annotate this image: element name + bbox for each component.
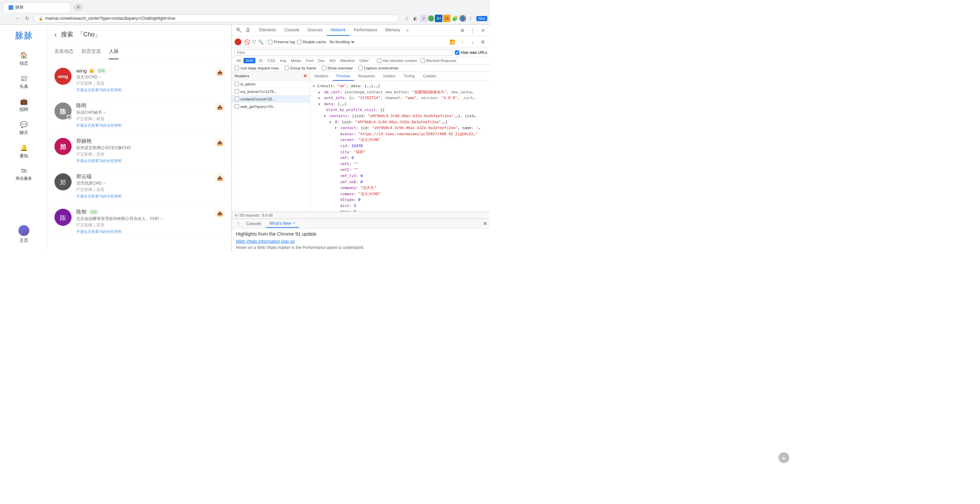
new-button[interactable]: New bbox=[476, 16, 487, 21]
tab-renmai[interactable]: 人脉 bbox=[109, 44, 118, 59]
result-item-wing[interactable]: wing wing 👑 活跃 法大大CHO ✓ IT互联网｜高管 开通会员查看T… bbox=[48, 63, 231, 98]
drawer-tab-whats-new[interactable]: What's New ✕ bbox=[266, 219, 299, 228]
close-name-column[interactable]: ✕ bbox=[303, 73, 307, 79]
preserve-log-checkbox[interactable]: Preserve log bbox=[268, 40, 295, 44]
result-action-wing[interactable]: 开通会员查看TA的全部资料 bbox=[76, 87, 210, 93]
sidebar-item-homepage[interactable]: 主页 bbox=[0, 222, 47, 247]
has-blocked-cookies-check[interactable]: Has blocked cookies bbox=[377, 59, 417, 63]
extension-js[interactable]: JS bbox=[443, 14, 450, 22]
filter-all[interactable]: All bbox=[235, 58, 243, 64]
devtools-tab-memory[interactable]: Memory bbox=[381, 25, 404, 36]
large-rows-option[interactable]: Use large request rows bbox=[235, 66, 279, 70]
connect-button-wing[interactable]: 📤 bbox=[215, 68, 224, 77]
close-drawer-button[interactable]: ✕ bbox=[483, 220, 487, 227]
sidebar-item-dongtai[interactable]: 🏠 动态 bbox=[0, 48, 47, 70]
forward-button[interactable]: → bbox=[13, 14, 21, 22]
disable-cache-input[interactable] bbox=[297, 40, 301, 44]
wifi-icon[interactable]: 📶 bbox=[448, 37, 457, 46]
request-checkbox-4[interactable] bbox=[235, 104, 239, 109]
sidebar-item-toutiao[interactable]: 📰 头条 bbox=[0, 71, 47, 93]
disable-cache-checkbox[interactable]: Disable cache bbox=[297, 40, 326, 44]
filter-xhr[interactable]: XHR bbox=[243, 58, 255, 64]
upload-icon[interactable]: ↑ bbox=[458, 37, 467, 46]
filter-doc[interactable]: Doc bbox=[316, 58, 327, 64]
connect-button-chenzhi[interactable]: 📤 bbox=[215, 209, 224, 218]
response-tab-preview[interactable]: Preview bbox=[332, 72, 354, 81]
account-icon[interactable]: 👤 bbox=[459, 15, 466, 22]
collapse-contacts[interactable] bbox=[324, 113, 327, 119]
sidebar-item-liaotian[interactable]: 💬 聊天 bbox=[0, 118, 47, 139]
filter-img[interactable]: Img bbox=[278, 58, 288, 64]
extension-square[interactable]: JH bbox=[435, 14, 442, 22]
devtools-tab-sources[interactable]: Sources bbox=[304, 25, 326, 36]
download-icon[interactable]: ↓ bbox=[468, 37, 477, 46]
drawer-tab-console[interactable]: Console bbox=[243, 220, 264, 227]
tab-dongtai[interactable]: 实名动态 bbox=[54, 44, 73, 59]
result-action-chenming[interactable]: 开通会员查看TA的全部资料 bbox=[76, 123, 210, 128]
connect-button-chenming[interactable]: 📤 bbox=[215, 102, 224, 112]
menu-icon[interactable]: ⋮ bbox=[467, 14, 474, 22]
network-settings-icon[interactable]: ⚙ bbox=[479, 37, 487, 46]
blocked-requests-check[interactable]: Blocked Requests bbox=[420, 59, 457, 63]
sidebar-item-business[interactable]: 🛍 商业服务 bbox=[0, 164, 47, 185]
filter-other[interactable]: Other bbox=[357, 58, 371, 64]
filter-manifest[interactable]: Manifest bbox=[339, 58, 357, 64]
hide-data-urls-input[interactable] bbox=[455, 50, 459, 55]
back-button[interactable]: ← bbox=[3, 14, 11, 22]
filter-css[interactable]: CSS bbox=[265, 58, 277, 64]
devtools-tab-network[interactable]: Network bbox=[326, 25, 350, 36]
filter-icon[interactable]: ▽ bbox=[252, 39, 256, 45]
more-options-icon[interactable]: ⋮ bbox=[468, 26, 477, 35]
device-toolbar-button[interactable] bbox=[244, 26, 253, 35]
record-button[interactable] bbox=[235, 38, 242, 45]
result-action-zhengyunduan[interactable]: 开通会员查看TA的全部资料 bbox=[76, 194, 210, 199]
response-tab-initiator[interactable]: Initiator bbox=[379, 72, 399, 81]
devtools-tab-elements[interactable]: Elements bbox=[255, 25, 280, 36]
back-search-button[interactable]: ‹ bbox=[54, 31, 57, 38]
filter-js[interactable]: JS bbox=[256, 58, 264, 64]
devtools-tab-console[interactable]: Console bbox=[280, 25, 304, 36]
filter-media[interactable]: Media bbox=[289, 58, 303, 64]
capture-screenshots-option[interactable]: Capture screenshots bbox=[358, 66, 399, 70]
request-checkbox-2[interactable] bbox=[235, 89, 239, 94]
result-action-zhenglv[interactable]: 开通会员查看TA的全部资料 bbox=[76, 158, 210, 164]
collapse-root[interactable] bbox=[313, 83, 317, 89]
sidebar-item-zhaopin[interactable]: 💼 招聘 bbox=[0, 94, 47, 116]
request-checkbox-1[interactable] bbox=[235, 82, 239, 86]
request-item-is-admin[interactable]: is_admin bbox=[232, 80, 310, 88]
clear-button[interactable]: 🚫 bbox=[243, 38, 250, 45]
browser-tab[interactable]: 脉脉 bbox=[3, 2, 71, 12]
response-tab-cookies[interactable]: Cookies bbox=[419, 72, 441, 81]
request-checkbox-3[interactable] bbox=[235, 97, 239, 101]
response-tab-response[interactable]: Response bbox=[354, 72, 379, 81]
connect-button-zhengyunduan[interactable]: 📤 bbox=[215, 173, 224, 183]
response-tab-headers[interactable]: Headers bbox=[310, 72, 332, 81]
result-item-zhenglv[interactable]: 郑 郑丽艳 杭州某互联网公司CEO兼CHO IT互联网｜高管 开通会员查看TA的… bbox=[48, 133, 231, 169]
bookmark-icon[interactable]: ☆ bbox=[404, 14, 411, 22]
show-overview-option[interactable]: Show overview bbox=[322, 66, 353, 70]
devtools-more-tabs[interactable]: » bbox=[404, 25, 410, 36]
network-filter-input[interactable] bbox=[235, 49, 453, 56]
collapse-data[interactable] bbox=[318, 101, 322, 107]
search-network-icon[interactable]: 🔍 bbox=[258, 40, 264, 45]
collapse-contact-detail[interactable] bbox=[335, 125, 338, 131]
extension-1[interactable]: V bbox=[420, 14, 427, 22]
collapse-ab-conf[interactable] bbox=[318, 89, 322, 95]
sidebar-item-tongzhi[interactable]: 🔔 通知 bbox=[0, 141, 47, 162]
tab-zhiyan[interactable]: 职言交流 bbox=[82, 44, 101, 59]
result-action-chenzhi[interactable]: 开通会员查看TA的全部资料 bbox=[76, 229, 210, 234]
collapse-auth-info[interactable] bbox=[318, 95, 322, 101]
close-devtools-button[interactable]: ✕ bbox=[479, 26, 487, 35]
drawer-menu-icon[interactable]: ⋮ bbox=[235, 220, 242, 227]
filter-ws[interactable]: WS bbox=[328, 58, 338, 64]
profile-icon[interactable]: ◐ bbox=[412, 14, 419, 22]
address-bar[interactable]: 🔒 maimai.cn/web/search_center?type=conta… bbox=[33, 14, 399, 22]
reload-button[interactable]: ↻ bbox=[23, 14, 31, 22]
preserve-log-input[interactable] bbox=[268, 40, 272, 44]
response-tab-timing[interactable]: Timing bbox=[399, 72, 419, 81]
settings-icon[interactable]: ⚙ bbox=[458, 26, 467, 35]
connect-button-zhenglv[interactable]: 📤 bbox=[215, 138, 224, 148]
collapse-contact-0[interactable] bbox=[329, 119, 332, 125]
hide-data-urls-checkbox[interactable]: Hide data URLs bbox=[455, 50, 487, 55]
result-item-zhengyunduan[interactable]: 郑 郑云端 贝壳找房CHO ✓ IT互联网｜高管 开通会员查看TA的全部资料 📤 bbox=[48, 169, 231, 204]
